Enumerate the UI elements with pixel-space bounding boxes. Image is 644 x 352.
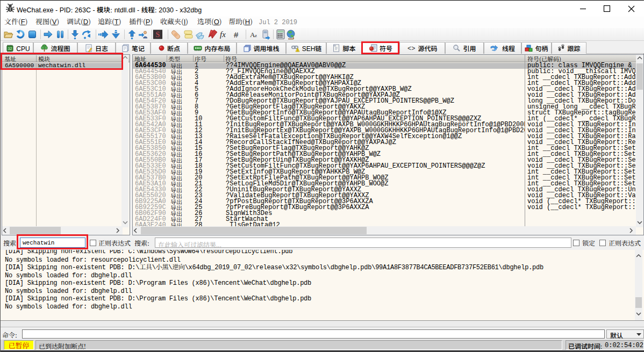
svg-text:32: 32: [8, 47, 12, 51]
svg-text:#: #: [234, 30, 239, 39]
svg-text:z: z: [255, 33, 257, 38]
svg-text:fx: fx: [220, 30, 226, 39]
svg-text:<>: <>: [407, 45, 415, 52]
svg-text:S: S: [156, 31, 160, 39]
